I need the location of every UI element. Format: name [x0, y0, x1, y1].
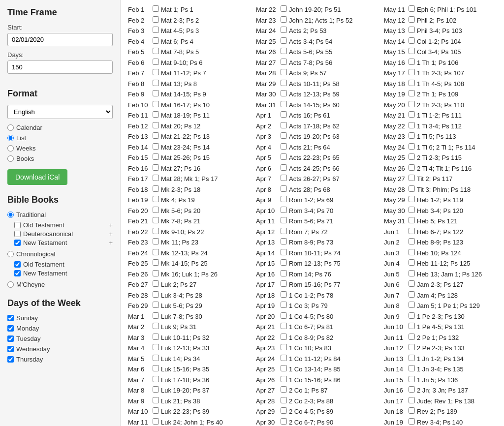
reading-checkbox[interactable]: [409, 164, 415, 171]
reading-checkbox[interactable]: [281, 175, 287, 181]
reading-checkbox[interactable]: [153, 302, 159, 308]
reading-checkbox[interactable]: [153, 111, 159, 118]
reading-checkbox[interactable]: [281, 185, 287, 192]
reading-checkbox[interactable]: [409, 90, 415, 96]
reading-checkbox[interactable]: [153, 101, 159, 107]
reading-checkbox[interactable]: [409, 207, 415, 213]
reading-checkbox[interactable]: [153, 376, 159, 382]
reading-checkbox[interactable]: [153, 164, 159, 171]
reading-checkbox[interactable]: [153, 48, 159, 54]
reading-checkbox[interactable]: [409, 365, 415, 371]
download-ical-button[interactable]: Download iCal: [7, 169, 67, 185]
reading-checkbox[interactable]: [409, 344, 415, 350]
reading-checkbox[interactable]: [409, 323, 415, 329]
reading-checkbox[interactable]: [281, 228, 287, 234]
reading-checkbox[interactable]: [153, 217, 159, 223]
reading-checkbox[interactable]: [153, 270, 159, 276]
reading-checkbox[interactable]: [153, 365, 159, 371]
reading-checkbox[interactable]: [281, 122, 287, 128]
reading-checkbox[interactable]: [409, 302, 415, 308]
reading-checkbox[interactable]: [153, 249, 159, 255]
trad-old-testament-plus[interactable]: +: [109, 221, 113, 229]
reading-checkbox[interactable]: [153, 355, 159, 361]
reading-checkbox[interactable]: [409, 217, 415, 223]
reading-checkbox[interactable]: [281, 69, 287, 75]
trad-deuterocanonical-plus[interactable]: +: [109, 230, 113, 238]
reading-checkbox[interactable]: [281, 16, 287, 23]
thursday-checkbox[interactable]: [7, 356, 14, 363]
reading-checkbox[interactable]: [409, 386, 415, 393]
reading-checkbox[interactable]: [153, 16, 159, 23]
reading-checkbox[interactable]: [409, 175, 415, 181]
reading-checkbox[interactable]: [281, 312, 287, 319]
reading-checkbox[interactable]: [281, 217, 287, 223]
reading-checkbox[interactable]: [153, 312, 159, 319]
reading-checkbox[interactable]: [409, 355, 415, 361]
format-calendar-radio[interactable]: [7, 124, 14, 131]
trad-deuterocanonical-checkbox[interactable]: [14, 231, 21, 237]
reading-checkbox[interactable]: [281, 90, 287, 96]
reading-checkbox[interactable]: [153, 27, 159, 33]
reading-checkbox[interactable]: [409, 228, 415, 234]
sunday-checkbox[interactable]: [7, 315, 14, 321]
reading-checkbox[interactable]: [281, 280, 287, 287]
reading-checkbox[interactable]: [409, 249, 415, 255]
reading-checkbox[interactable]: [281, 48, 287, 54]
format-weeks-option[interactable]: Weeks: [7, 145, 113, 152]
reading-checkbox[interactable]: [409, 5, 415, 12]
reading-checkbox[interactable]: [409, 111, 415, 118]
start-input[interactable]: [7, 33, 113, 46]
reading-checkbox[interactable]: [409, 16, 415, 23]
reading-checkbox[interactable]: [281, 132, 287, 139]
thursday-checkbox-group[interactable]: Thursday: [7, 356, 113, 363]
reading-checkbox[interactable]: [409, 312, 415, 319]
monday-checkbox[interactable]: [7, 325, 14, 332]
monday-checkbox-group[interactable]: Monday: [7, 325, 113, 332]
reading-checkbox[interactable]: [409, 153, 415, 160]
format-books-option[interactable]: Books: [7, 155, 113, 162]
reading-checkbox[interactable]: [153, 418, 159, 425]
reading-checkbox[interactable]: [153, 132, 159, 139]
reading-checkbox[interactable]: [409, 59, 415, 65]
reading-checkbox[interactable]: [409, 334, 415, 340]
reading-checkbox[interactable]: [409, 132, 415, 139]
reading-checkbox[interactable]: [281, 37, 287, 44]
reading-checkbox[interactable]: [153, 153, 159, 160]
reading-checkbox[interactable]: [409, 291, 415, 298]
chronological-radio[interactable]: [7, 251, 14, 257]
reading-checkbox[interactable]: [409, 196, 415, 202]
format-list-option[interactable]: List: [7, 134, 113, 142]
reading-checkbox[interactable]: [153, 238, 159, 244]
reading-checkbox[interactable]: [153, 259, 159, 266]
reading-checkbox[interactable]: [153, 37, 159, 44]
sunday-checkbox-group[interactable]: Sunday: [7, 314, 113, 322]
reading-checkbox[interactable]: [153, 143, 159, 150]
reading-checkbox[interactable]: [409, 122, 415, 128]
trad-new-testament-plus[interactable]: +: [109, 239, 113, 246]
reading-checkbox[interactable]: [153, 59, 159, 65]
reading-checkbox[interactable]: [409, 259, 415, 266]
reading-checkbox[interactable]: [409, 27, 415, 33]
tuesday-checkbox[interactable]: [7, 335, 14, 342]
format-weeks-radio[interactable]: [7, 145, 14, 152]
reading-checkbox[interactable]: [153, 344, 159, 350]
format-list-radio[interactable]: [7, 135, 14, 141]
reading-checkbox[interactable]: [281, 418, 287, 425]
wednesday-checkbox[interactable]: [7, 346, 14, 352]
reading-checkbox[interactable]: [409, 48, 415, 54]
reading-checkbox[interactable]: [281, 355, 287, 361]
reading-checkbox[interactable]: [409, 270, 415, 276]
reading-checkbox[interactable]: [281, 196, 287, 202]
reading-checkbox[interactable]: [153, 196, 159, 202]
reading-checkbox[interactable]: [409, 69, 415, 75]
reading-checkbox[interactable]: [153, 90, 159, 96]
traditional-radio[interactable]: [7, 212, 14, 218]
reading-checkbox[interactable]: [281, 5, 287, 12]
reading-checkbox[interactable]: [153, 386, 159, 393]
format-calendar-option[interactable]: Calendar: [7, 124, 113, 131]
reading-checkbox[interactable]: [409, 80, 415, 86]
chronological-radio-group[interactable]: Chronological: [7, 250, 113, 258]
reading-checkbox[interactable]: [153, 80, 159, 86]
tuesday-checkbox-group[interactable]: Tuesday: [7, 335, 113, 342]
reading-checkbox[interactable]: [281, 397, 287, 403]
